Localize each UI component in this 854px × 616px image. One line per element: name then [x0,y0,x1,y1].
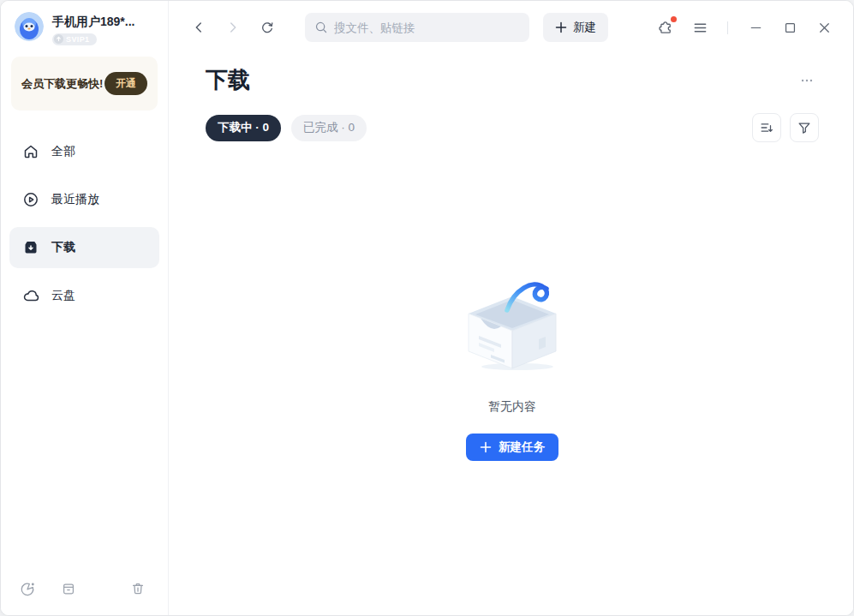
notification-dot [671,16,677,22]
extensions-button[interactable] [654,15,678,39]
user-profile[interactable]: 手机用户189*... SVIP1 [1,1,168,45]
sort-button[interactable] [752,113,781,142]
profile-info: 手机用户189*... SVIP1 [52,12,134,45]
maximize-icon [782,20,798,36]
vip-activate-button[interactable]: 开通 [105,72,147,95]
vip-promo-text: 会员下载更畅快! [21,76,103,92]
close-icon [816,20,833,36]
archive-storage-icon[interactable] [61,581,76,596]
content: 下载 下载中 · 0 已完成 · 0 [170,65,853,461]
back-button[interactable] [187,15,211,39]
download-box-icon [22,239,39,256]
title-row: 下载 [206,65,819,95]
new-task-toolbar-label: 新建 [573,20,596,35]
new-task-button[interactable]: 新建任务 [466,434,558,461]
ellipsis-icon [799,73,815,88]
sidebar-item-recently-played[interactable]: 最近播放 [9,179,159,220]
empty-message: 暂无内容 [488,399,536,415]
sidebar-item-downloads[interactable]: 下载 [9,227,159,268]
avatar[interactable] [15,12,44,41]
refresh-icon [260,20,275,35]
username: 手机用户189*... [52,12,134,30]
plus-icon [480,441,492,453]
filter-funnel-icon [797,120,812,135]
more-options-button[interactable] [795,69,819,93]
tab-downloading[interactable]: 下载中 · 0 [206,115,281,141]
home-icon [22,143,39,160]
refresh-button[interactable] [255,15,279,39]
sidebar-item-label: 下载 [51,240,75,255]
svip-badge-label: SVIP1 [66,35,90,44]
chevron-right-icon [225,20,241,35]
search-input[interactable] [334,21,520,34]
topbar-right [654,15,836,39]
chevron-left-icon [191,20,206,35]
sidebar-item-all[interactable]: 全部 [9,131,159,172]
window-controls-divider [727,21,728,34]
sidebar-nav: 全部 最近播放 下载 云盘 [9,131,159,316]
filter-button[interactable] [790,113,819,142]
plus-icon [555,21,567,33]
search-icon [314,21,328,34]
page-title: 下载 [206,65,250,95]
sidebar-item-cloud-drive[interactable]: 云盘 [9,275,159,316]
tab-row: 下载中 · 0 已完成 · 0 [206,113,819,142]
cloud-icon [22,287,39,304]
sidebar-footer-tools [1,567,168,615]
app-window: 手机用户189*... SVIP1 会员下载更畅快! 开通 全部 [0,0,854,616]
topbar: 新建 [170,1,853,54]
close-button[interactable] [812,15,836,39]
forward-button[interactable] [221,15,245,39]
tab-tools [752,113,819,142]
maximize-button[interactable] [778,15,802,39]
new-task-toolbar-button[interactable]: 新建 [543,13,608,42]
mascot-avatar-icon [15,12,44,41]
svip-medal-icon [54,34,63,44]
play-circle-icon [22,191,39,208]
main-menu-button[interactable] [688,15,712,39]
theme-skin-icon[interactable] [20,581,35,596]
sidebar: 手机用户189*... SVIP1 会员下载更畅快! 开通 全部 [1,1,169,615]
tab-completed[interactable]: 已完成 · 0 [291,115,367,141]
sort-icon [759,120,774,135]
new-task-button-label: 新建任务 [499,440,545,455]
vip-promo-card: 会员下载更畅快! 开通 [11,57,158,111]
empty-state: 暂无内容 新建任务 [206,279,819,461]
main-area: 新建 [170,1,853,615]
minimize-button[interactable] [744,15,767,39]
minimize-icon [748,20,764,36]
hamburger-menu-icon [692,20,708,36]
trash-icon[interactable] [130,581,146,596]
sidebar-item-label: 最近播放 [51,192,99,207]
search-box[interactable] [305,13,529,42]
empty-box-illustration [456,279,569,370]
sidebar-item-label: 全部 [51,144,75,159]
sidebar-item-label: 云盘 [51,288,75,303]
svip-badge: SVIP1 [52,33,97,45]
